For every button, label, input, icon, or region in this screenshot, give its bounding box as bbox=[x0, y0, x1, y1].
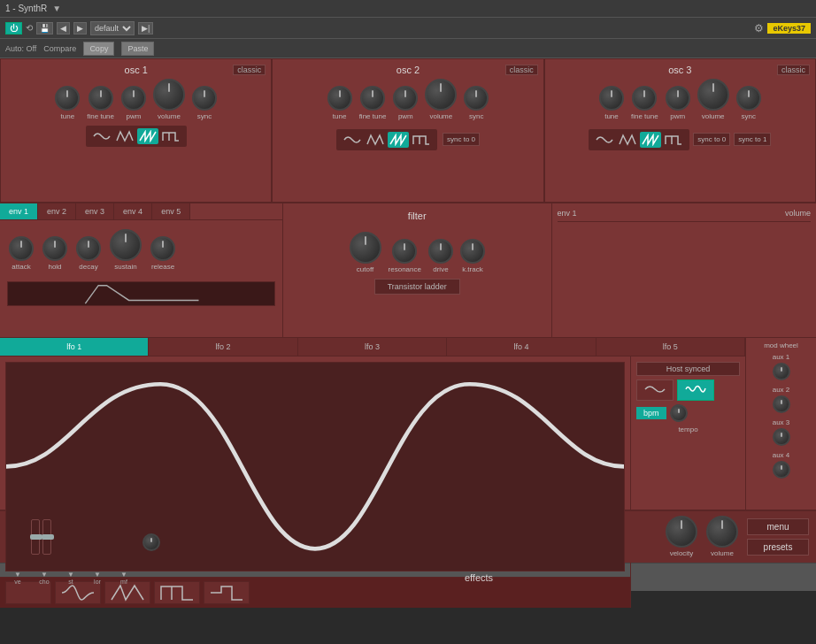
osc3-panel: osc 3 classic tune fine tune pwm volume bbox=[544, 58, 816, 203]
mod-aux4-knob[interactable] bbox=[773, 461, 790, 479]
osc1-sync-knob[interactable] bbox=[192, 86, 217, 111]
effect-5-arrow[interactable]: ▼ bbox=[120, 571, 127, 579]
filter-resonance-knob[interactable] bbox=[392, 239, 417, 264]
volume-knob[interactable] bbox=[706, 516, 738, 548]
copy-button[interactable]: Copy bbox=[83, 42, 114, 56]
osc1-tune-knob[interactable] bbox=[55, 86, 80, 111]
lfo-content: Host synced bpm tempo bbox=[0, 356, 745, 608]
nav-prev-button[interactable]: ◀ bbox=[57, 22, 70, 34]
lfo-mini-5[interactable] bbox=[204, 581, 250, 604]
env-tab-2[interactable]: env 2 bbox=[38, 203, 76, 219]
osc3-finetune-knob[interactable] bbox=[632, 86, 657, 111]
paste-button[interactable]: Paste bbox=[121, 42, 154, 56]
power-button[interactable]: ⏻ bbox=[5, 22, 22, 34]
env-tab-4[interactable]: env 4 bbox=[114, 203, 152, 219]
mod-aux2-knob[interactable] bbox=[773, 395, 790, 413]
effect-3-arrow[interactable]: ▼ bbox=[67, 571, 74, 579]
effect-1-arrow[interactable]: ▼ bbox=[14, 571, 21, 579]
osc1-volume-group: volume bbox=[153, 79, 185, 120]
osc3-sync-to-0[interactable]: sync to 0 bbox=[693, 133, 730, 146]
velocity-label: velocity bbox=[670, 549, 694, 557]
env-tab-3[interactable]: env 3 bbox=[76, 203, 114, 219]
osc3-wave-sine[interactable] bbox=[594, 132, 615, 148]
osc3-sync-to-1[interactable]: sync to 1 bbox=[734, 133, 771, 146]
filter-cutoff-knob[interactable] bbox=[350, 232, 381, 264]
osc3-pwm-knob[interactable] bbox=[666, 86, 690, 111]
lfo-mini-4[interactable] bbox=[154, 581, 200, 604]
lfo-wave-btn-random[interactable] bbox=[677, 380, 714, 401]
settings-icon[interactable]: ⚙ bbox=[754, 22, 764, 34]
osc2-finetune-label: fine tune bbox=[359, 112, 387, 120]
effect-4-arrow[interactable]: ▼ bbox=[94, 571, 101, 579]
lfo-tab-3[interactable]: lfo 3 bbox=[298, 338, 447, 356]
bpm-button[interactable]: bpm bbox=[636, 407, 666, 419]
osc2-wave-triangle[interactable] bbox=[365, 132, 386, 148]
preset-select[interactable]: default bbox=[90, 21, 135, 35]
save-button[interactable]: 💾 bbox=[36, 22, 53, 34]
osc1-finetune-group: fine tune bbox=[87, 86, 114, 120]
lfo-tab-5[interactable]: lfo 5 bbox=[597, 338, 745, 356]
lfo-tab-4[interactable]: lfo 4 bbox=[447, 338, 596, 356]
osc2-sync-knob[interactable] bbox=[464, 86, 489, 111]
osc1-finetune-knob[interactable] bbox=[89, 86, 113, 111]
lfo-right-controls: Host synced bpm tempo bbox=[630, 356, 745, 608]
nav-next-button[interactable]: ▶ bbox=[73, 22, 87, 34]
filter-section: filter cutoff resonance drive k.track bbox=[283, 203, 552, 337]
osc2-sync-to-0[interactable]: sync to 0 bbox=[443, 133, 480, 146]
osc2-tune-knob[interactable] bbox=[327, 86, 352, 111]
effect-2-arrow[interactable]: ▼ bbox=[41, 571, 48, 579]
env-tab-1[interactable]: env 1 bbox=[0, 203, 38, 219]
env-tabs: env 1 env 2 env 3 env 4 env 5 bbox=[0, 203, 282, 220]
lfo-tab-1[interactable]: lfo 1 bbox=[0, 338, 149, 356]
osc1-volume-knob[interactable] bbox=[153, 79, 185, 111]
presets-button[interactable]: presets bbox=[747, 539, 809, 556]
nav-end-button[interactable]: ▶| bbox=[138, 22, 153, 34]
mod-aux2-group: aux 2 bbox=[773, 386, 790, 413]
filter-ktrack-knob[interactable] bbox=[460, 239, 485, 264]
env-release-knob[interactable] bbox=[150, 236, 175, 261]
env-sustain-knob[interactable] bbox=[110, 229, 142, 261]
osc2-finetune-knob[interactable] bbox=[360, 86, 385, 111]
mod-env-dest: volume bbox=[785, 209, 811, 218]
osc2-type: classic bbox=[505, 65, 538, 75]
osc2-tune-group: tune bbox=[327, 86, 352, 120]
volume-label: volume bbox=[711, 549, 734, 557]
env-section: env 1 env 2 env 3 env 4 env 5 attack hol… bbox=[0, 203, 283, 337]
osc3-wave-square[interactable] bbox=[663, 132, 684, 148]
mod-aux3-knob[interactable] bbox=[773, 428, 790, 446]
osc2-wave-sine[interactable] bbox=[342, 132, 363, 148]
osc1-wave-saw[interactable] bbox=[137, 128, 158, 144]
pitch-slider-2[interactable] bbox=[42, 519, 51, 555]
osc3-volume-knob[interactable] bbox=[697, 79, 729, 111]
lfo-tempo-knob[interactable] bbox=[670, 404, 688, 422]
osc1-pwm-knob[interactable] bbox=[121, 86, 146, 111]
osc3-sync-knob[interactable] bbox=[736, 86, 761, 111]
env-attack-knob[interactable] bbox=[9, 236, 34, 261]
env-hold-knob[interactable] bbox=[42, 236, 67, 261]
filter-drive-knob[interactable] bbox=[428, 239, 453, 264]
compare-label[interactable]: Compare bbox=[43, 44, 76, 53]
osc3-wave-saw[interactable] bbox=[640, 132, 661, 148]
osc3-wave-triangle[interactable] bbox=[617, 132, 638, 148]
osc1-wave-triangle[interactable] bbox=[114, 128, 135, 144]
osc3-tune-knob[interactable] bbox=[599, 86, 624, 111]
filter-type-button[interactable]: Transistor ladder bbox=[374, 279, 460, 295]
pitch-slider-1[interactable] bbox=[31, 519, 40, 555]
env-decay-knob[interactable] bbox=[76, 236, 101, 261]
lfo-tab-2[interactable]: lfo 2 bbox=[149, 338, 297, 356]
menu-button[interactable]: menu bbox=[747, 518, 809, 535]
mod-aux1-knob[interactable] bbox=[773, 363, 790, 380]
velocity-knob[interactable] bbox=[666, 516, 697, 548]
mod-aux1-label: aux 1 bbox=[773, 353, 790, 361]
osc1-wave-square[interactable] bbox=[160, 128, 181, 144]
lfo-wave-btn-sine[interactable] bbox=[636, 380, 674, 401]
osc2-sync-group: sync bbox=[464, 86, 489, 120]
lfo-wave-area bbox=[0, 356, 630, 608]
osc2-pwm-knob[interactable] bbox=[393, 86, 418, 111]
osc2-wave-square[interactable] bbox=[411, 132, 432, 148]
effect-1-label: ve bbox=[14, 579, 20, 585]
osc1-wave-sine[interactable] bbox=[91, 128, 112, 144]
env-tab-5[interactable]: env 5 bbox=[152, 203, 190, 219]
osc2-wave-saw[interactable] bbox=[388, 132, 409, 148]
osc2-volume-knob[interactable] bbox=[425, 79, 457, 111]
